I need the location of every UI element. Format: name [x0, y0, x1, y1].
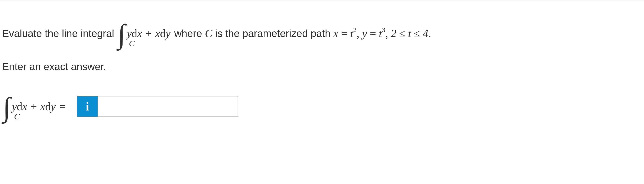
integral-expression: ∫ C ydx + xdy	[118, 22, 170, 45]
instruction-text: Enter an exact answer.	[2, 60, 106, 73]
answer-integral-sign-wrap: ∫ C	[3, 95, 11, 118]
answer-integral-expression: ∫ C ydx + xdy =	[3, 95, 68, 118]
integral-sign-icon: ∫	[3, 96, 11, 118]
info-icon[interactable]: i	[77, 96, 98, 117]
integral-sign-icon: ∫	[118, 23, 126, 45]
question-page: Evaluate the line integral ∫ C ydx + xdy…	[0, 0, 644, 184]
answer-input[interactable]	[98, 96, 238, 117]
question-prefix: Evaluate the line integral	[2, 27, 117, 40]
question-mid-1: where	[171, 27, 205, 40]
integral-subscript: C	[129, 38, 135, 49]
answer-row: ∫ C ydx + xdy = i	[2, 95, 642, 118]
instruction-line: Enter an exact answer.	[2, 60, 642, 73]
answer-integral-subscript: C	[14, 111, 20, 122]
question-line: Evaluate the line integral ∫ C ydx + xdy…	[2, 22, 642, 45]
equals-sign: =	[56, 99, 68, 114]
parameterization: x = t2, y = t3, 2 ≤ t ≤ 4.	[333, 26, 431, 41]
question-mid-2: is the parameterized path	[212, 27, 333, 40]
integral-sign-wrap: ∫ C	[118, 22, 126, 45]
curve-name: C	[205, 26, 212, 41]
answer-input-group: i	[77, 96, 238, 117]
